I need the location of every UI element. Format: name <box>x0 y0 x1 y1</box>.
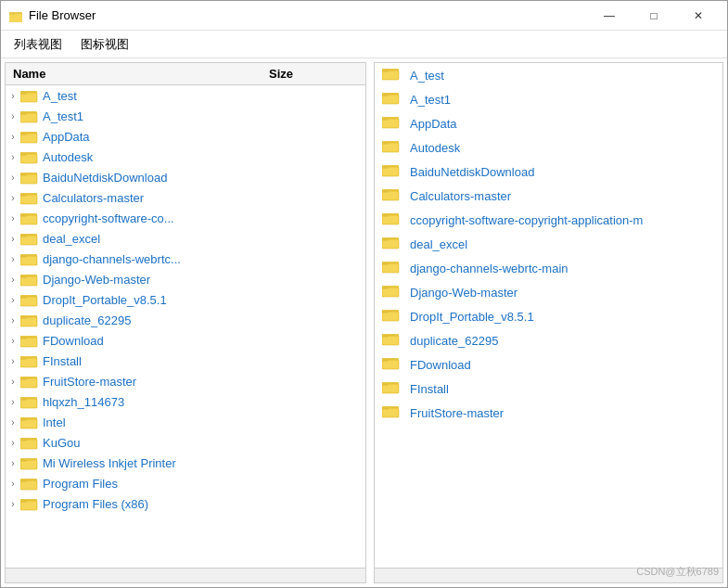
icon-list-item[interactable]: FruitStore-master <box>375 401 722 425</box>
chevron-icon: › <box>6 213 20 224</box>
folder-icon <box>382 162 404 181</box>
item-name: A_test1 <box>43 109 83 123</box>
list-item[interactable]: › FruitStore-master <box>6 371 365 391</box>
window-controls: — □ ✕ <box>588 4 720 28</box>
folder-icon <box>20 313 39 327</box>
folder-icon <box>20 435 39 450</box>
icon-list-item[interactable]: A_test1 <box>375 87 722 111</box>
icon-list-item[interactable]: duplicate_62295 <box>375 328 722 352</box>
right-list-container[interactable]: A_test A_test1 AppData Autodesk BaiduNet… <box>375 63 722 568</box>
icon-item-name: A_test1 <box>410 93 451 107</box>
icon-list-item[interactable]: Django-Web-master <box>375 280 722 304</box>
list-item[interactable]: › Mi Wireless Inkjet Printer <box>6 453 365 473</box>
chevron-icon: › <box>6 315 20 326</box>
folder-icon <box>20 394 39 409</box>
main-content: Name Size › A_test › A_test1 › <box>1 58 727 587</box>
svg-rect-2 <box>9 12 15 15</box>
list-item[interactable]: › FInstall <box>6 351 365 371</box>
list-item[interactable]: › A_test1 <box>6 106 365 126</box>
menu-item-list-view[interactable]: 列表视图 <box>5 32 71 57</box>
folder-icon <box>20 129 39 144</box>
list-item[interactable]: › FDownload <box>6 330 365 351</box>
chevron-icon: › <box>6 356 20 366</box>
folder-icon <box>382 283 404 301</box>
list-item[interactable]: › Program Files (x86) <box>6 493 365 514</box>
item-name: hlqxzh_114673 <box>43 395 124 409</box>
icon-item-name: ccopyright-software-copyright-applicatio… <box>410 213 643 227</box>
icon-list-item[interactable]: AppData <box>375 111 722 135</box>
icon-item-name: duplicate_62295 <box>410 334 498 348</box>
folder-icon <box>20 374 39 389</box>
left-bottom-scrollbar[interactable] <box>6 568 365 582</box>
list-item[interactable]: › hlqxzh_114673 <box>6 391 365 412</box>
folder-icon <box>382 235 404 253</box>
folder-icon <box>382 259 404 277</box>
item-name: Autodesk <box>43 150 93 164</box>
icon-list-item[interactable]: ccopyright-software-copyright-applicatio… <box>375 208 722 232</box>
chevron-icon: › <box>6 152 20 162</box>
item-name: Program Files (x86) <box>43 497 148 511</box>
icon-list-item[interactable]: Calculators-master <box>375 184 722 208</box>
item-name: django-channels-webrtc... <box>43 252 181 266</box>
icon-list-item[interactable]: FDownload <box>375 352 722 377</box>
left-list-container[interactable]: › A_test › A_test1 › AppData › Autod <box>6 85 365 568</box>
folder-icon <box>382 379 404 398</box>
folder-icon <box>382 403 404 422</box>
list-item[interactable]: › ccopyright-software-co... <box>6 208 365 228</box>
list-item[interactable]: › A_test <box>6 85 365 106</box>
chevron-icon: › <box>6 234 20 244</box>
list-item[interactable]: › Calculators-master <box>6 187 365 208</box>
list-item[interactable]: › django-channels-webrtc... <box>6 249 365 269</box>
item-name: Calculators-master <box>43 191 144 205</box>
icon-list-item[interactable]: A_test <box>375 63 722 87</box>
item-name: duplicate_62295 <box>43 313 131 327</box>
close-button[interactable]: ✕ <box>677 4 720 28</box>
folder-icon <box>382 331 404 350</box>
item-name: FInstall <box>43 354 82 368</box>
icon-item-name: FInstall <box>410 382 449 396</box>
list-item[interactable]: › Django-Web-master <box>6 269 365 289</box>
icon-list-item[interactable]: DropIt_Portable_v8.5.1 <box>375 304 722 328</box>
chevron-icon: › <box>6 499 20 509</box>
icon-list-item[interactable]: deal_excel <box>375 232 722 256</box>
item-name: ccopyright-software-co... <box>43 211 174 225</box>
svg-rect-1 <box>9 14 22 22</box>
icon-list-item[interactable]: FInstall <box>375 377 722 401</box>
chevron-icon: › <box>6 132 20 142</box>
title-bar-left: File Browser <box>8 8 96 23</box>
menu-item-icon-view[interactable]: 图标视图 <box>71 32 138 57</box>
chevron-icon: › <box>6 377 20 387</box>
folder-icon <box>382 211 404 229</box>
chevron-icon: › <box>6 254 20 264</box>
folder-icon <box>20 88 39 103</box>
icon-list-item[interactable]: Autodesk <box>375 135 722 160</box>
list-item[interactable]: › Intel <box>6 412 365 432</box>
list-item[interactable]: › deal_excel <box>6 228 365 249</box>
icon-item-name: FDownload <box>410 358 471 372</box>
list-item[interactable]: › BaiduNetdiskDownload <box>6 167 365 187</box>
list-item[interactable]: › AppData <box>6 126 365 147</box>
col-size-header: Size <box>269 67 343 81</box>
list-item[interactable]: › Autodesk <box>6 147 365 167</box>
list-item[interactable]: › Program Files <box>6 473 365 493</box>
chevron-icon: › <box>6 193 20 203</box>
left-pane-header: Name Size <box>6 63 365 85</box>
list-item[interactable]: › duplicate_62295 <box>6 310 365 330</box>
right-bottom-scrollbar[interactable] <box>375 568 722 582</box>
chevron-icon: › <box>6 438 20 448</box>
maximize-button[interactable]: □ <box>632 4 675 28</box>
list-item[interactable]: › DropIt_Portable_v8.5.1 <box>6 289 365 310</box>
folder-icon <box>20 109 39 123</box>
list-item[interactable]: › KuGou <box>6 432 365 453</box>
icon-list-item[interactable]: django-channels-webrtc-main <box>375 256 722 280</box>
icon-item-name: Calculators-master <box>410 189 511 203</box>
chevron-icon: › <box>6 295 20 305</box>
folder-icon <box>382 114 404 133</box>
minimize-button[interactable]: — <box>588 4 631 28</box>
folder-icon <box>20 476 39 491</box>
icon-item-name: AppData <box>410 117 457 131</box>
icon-list-item[interactable]: BaiduNetdiskDownload <box>375 160 722 184</box>
item-name: FDownload <box>43 334 104 348</box>
folder-icon <box>20 496 39 511</box>
col-name-header: Name <box>13 67 269 81</box>
